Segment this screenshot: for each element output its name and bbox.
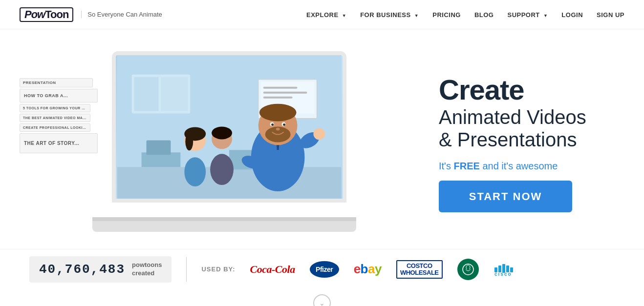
hero-subtitle: Animated Videos & Presentations [439,106,615,151]
svg-rect-8 [263,92,307,94]
nav-link-for-business[interactable]: FOR BUSINESS ▼ [360,11,419,19]
brand-ebay: ebay [354,262,382,277]
book-item: THE BEST ANIMATED VIDEO MA... [20,114,90,122]
divider [186,257,187,282]
logo[interactable]: PowToon [20,7,73,22]
hero-free-text: It's FREE and it's awesome [439,161,615,172]
nav-item-blog[interactable]: BLOG [474,10,494,19]
nav-item-signup[interactable]: SIGN UP [597,10,624,19]
brand-coca-cola: Coca-Cola [250,263,295,276]
tagline: So Everyone Can Animate [81,11,162,18]
book-item: 5 TOOLS FOR GROWING YOUR B... [20,104,90,112]
hero-section: PRESENTATION HOW TO GRAB A... 5 TOOLS FO… [0,29,644,244]
svg-point-30 [271,123,274,126]
laptop-hinge [92,217,356,221]
nav-links: EXPLORE ▼ FOR BUSINESS ▼ PRICING BLOG SU… [306,10,624,19]
laptop-base [92,221,356,232]
hero-title: Create [439,76,615,104]
counter-box: 40,760,483 powtoons created [29,256,172,283]
hero-content: Create Animated Videos & Presentations I… [409,71,615,212]
animation-scene [116,55,343,199]
used-by-section: USED BY: Coca-Cola Pfizer ebay COSTCOWHO… [201,259,615,280]
svg-rect-4 [161,77,188,111]
counter-number: 40,760,483 [39,262,125,277]
navbar: PowToon So Everyone Can Animate EXPLORE … [0,0,644,29]
laptop-screen [112,51,346,203]
brand-starbucks [457,259,479,280]
svg-point-35 [466,265,470,270]
logo-area: PowToon So Everyone Can Animate [20,7,162,22]
brand-logos: Coca-Cola Pfizer ebay COSTCOWHOLESALE [250,259,528,280]
brand-cisco: cisco [494,263,528,276]
arrow-icon: ▼ [342,13,346,18]
svg-point-19 [212,127,232,140]
svg-point-13 [184,157,206,186]
svg-rect-9 [263,97,293,99]
laptop-screen-inner [116,55,343,199]
scroll-indicator: ⌄ [0,289,644,306]
counter-label: powtoons created [132,261,162,278]
nav-item-for-business[interactable]: FOR BUSINESS ▼ [360,10,419,19]
svg-rect-7 [263,87,298,89]
brand-costco: COSTCOWHOLESALE [396,260,443,279]
nav-item-login[interactable]: LOGIN [561,10,583,19]
nav-item-explore[interactable]: EXPLORE ▼ [306,10,346,19]
book-item: Create professional looking presenta... [20,123,90,132]
scroll-down-button[interactable]: ⌄ [313,294,331,306]
book-item: THE ART OF STORY... [20,133,98,153]
brand-pfizer: Pfizer [310,261,339,278]
svg-rect-3 [134,77,159,111]
laptop-mockup [87,51,361,232]
nav-link-explore[interactable]: EXPLORE ▼ [306,11,346,19]
svg-point-16 [185,133,193,150]
logo-text-2: Toon [45,8,68,20]
svg-point-22 [313,128,325,140]
nav-item-support[interactable]: SUPPORT ▼ [507,10,548,19]
used-by-label: USED BY: [201,265,235,273]
bottom-bar: 40,760,483 powtoons created USED BY: Coc… [0,249,644,289]
start-now-button[interactable]: START NOW [439,181,572,212]
chevron-down-icon: ⌄ [319,299,325,306]
logo-text: Pow [24,8,45,20]
nav-link-blog[interactable]: BLOG [474,11,494,19]
book-item: HOW TO GRAB A... [20,89,98,102]
books-stack: PRESENTATION HOW TO GRAB A... 5 TOOLS FO… [20,78,117,155]
arrow-icon: ▼ [414,13,419,18]
svg-rect-12 [147,140,171,155]
svg-point-31 [283,123,285,126]
book-item: PRESENTATION [20,78,93,87]
svg-text:cisco: cisco [494,271,512,276]
nav-link-support[interactable]: SUPPORT ▼ [507,11,548,19]
svg-point-17 [210,154,234,185]
nav-link-signup[interactable]: SIGN UP [597,11,624,19]
nav-link-pricing[interactable]: PRICING [432,11,461,19]
nav-link-login[interactable]: LOGIN [561,11,583,19]
nav-item-pricing[interactable]: PRICING [432,10,461,19]
hero-illustration: PRESENTATION HOW TO GRAB A... 5 TOOLS FO… [29,49,409,234]
arrow-icon: ▼ [543,13,548,18]
svg-point-32 [276,127,280,130]
svg-point-26 [259,104,297,122]
